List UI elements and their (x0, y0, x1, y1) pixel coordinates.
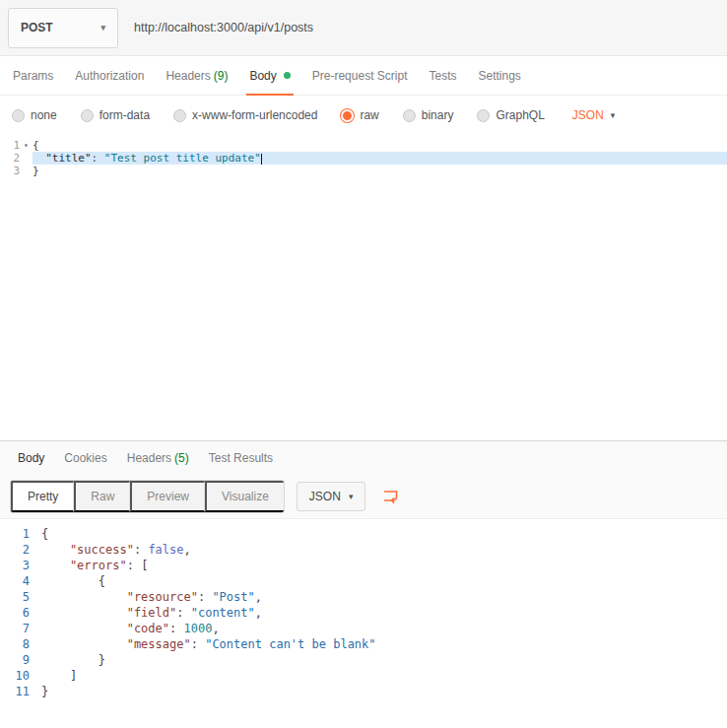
tab-label: Body (249, 69, 276, 83)
view-raw[interactable]: Raw (74, 481, 130, 512)
token-punct: { (33, 139, 39, 152)
body-mode-raw[interactable]: raw (341, 108, 378, 122)
view-visualize[interactable]: Visualize (205, 481, 284, 512)
line-number: 11 (0, 684, 41, 699)
line-number: 10 (0, 668, 41, 684)
view-preview[interactable]: Preview (130, 481, 205, 512)
method-select[interactable]: POST ▾ (8, 8, 118, 48)
radio-icon (173, 109, 186, 122)
request-tabs: ParamsAuthorizationHeaders(9)BodyPre-req… (0, 56, 727, 96)
code-line: 7"code": 1000, (0, 621, 727, 636)
response-tab-body[interactable]: Body (8, 451, 54, 465)
body-mode-binary[interactable]: binary (403, 108, 454, 122)
code-content: ] (41, 668, 727, 684)
body-mode-bar: noneform-datax-www-form-urlencodedrawbin… (0, 96, 727, 135)
code-line: 8"message": "Content can't be blank" (0, 636, 727, 652)
body-mode-form-data[interactable]: form-data (81, 108, 150, 122)
token-bool: false (148, 543, 183, 557)
request-tab-params[interactable]: Params (2, 56, 64, 95)
request-tab-pre-request-script[interactable]: Pre-request Script (301, 56, 419, 95)
code-line: 6"field": "content", (0, 605, 727, 621)
postman-request-view: POST ▾ ParamsAuthorizationHeaders(9)Body… (0, 0, 727, 728)
code-content: { (41, 526, 727, 542)
token-punct: { (41, 527, 48, 541)
token-punct: } (41, 685, 48, 698)
request-tab-headers[interactable]: Headers(9) (155, 56, 238, 95)
code-line[interactable]: 2 "title": "Test post title update" (0, 152, 727, 165)
chevron-down-icon: ▾ (100, 23, 105, 33)
mode-label: binary (422, 108, 454, 122)
response-language-dropdown[interactable]: JSON ▾ (297, 482, 366, 511)
request-tab-body[interactable]: Body (238, 56, 300, 95)
body-mode-graphql[interactable]: GraphQL (477, 108, 544, 122)
chevron-down-icon: ▾ (611, 110, 616, 120)
mode-label: x-www-form-urlencoded (192, 108, 317, 122)
code-line: 9} (0, 652, 727, 668)
wrap-lines-icon[interactable] (381, 487, 400, 505)
request-tab-tests[interactable]: Tests (418, 56, 467, 95)
body-mode-options: noneform-datax-www-form-urlencodedrawbin… (12, 108, 545, 122)
mode-label: raw (360, 108, 378, 122)
line-number: 5 (0, 589, 41, 605)
mode-label: GraphQL (496, 108, 544, 122)
request-url-bar: POST ▾ (0, 0, 727, 56)
tab-label: Settings (479, 69, 521, 83)
code-line[interactable]: 1▾{ (0, 139, 727, 152)
line-number: 1 (0, 139, 20, 152)
token-punct: : (169, 622, 183, 635)
line-number: 3 (0, 558, 41, 573)
token-punct: : (134, 543, 148, 557)
token-str: "Test post title update" (104, 152, 261, 165)
chevron-down-icon: ▾ (349, 492, 354, 501)
token-str: "Post" (212, 590, 254, 604)
request-tab-authorization[interactable]: Authorization (64, 56, 155, 95)
radio-icon (403, 109, 416, 122)
code-line: 4{ (0, 573, 727, 589)
token-str: "Content can't be blank" (205, 637, 375, 651)
line-number: 4 (0, 573, 41, 589)
request-body-editor[interactable]: 1▾{2 "title": "Test post title update"3} (0, 135, 727, 440)
token-punct: : (92, 152, 104, 165)
tab-label: Headers (127, 451, 171, 465)
response-tab-test-results[interactable]: Test Results (199, 451, 283, 465)
line-number: 1 (0, 526, 41, 542)
mode-label: form-data (99, 108, 150, 122)
body-language-dropdown[interactable]: JSON ▾ (572, 108, 616, 122)
line-number: 7 (0, 621, 41, 636)
token-punct: : (176, 606, 190, 620)
radio-icon (12, 109, 25, 122)
code-line[interactable]: 3} (0, 165, 727, 177)
body-mode-none[interactable]: none (12, 108, 57, 122)
token-punct: : (191, 637, 205, 651)
code-content: "success": false, (41, 542, 727, 558)
code-content: } (33, 165, 727, 177)
body-mode-x-www-form-urlencoded[interactable]: x-www-form-urlencoded (173, 108, 317, 122)
line-number: 2 (0, 152, 20, 165)
code-content: "field": "content", (41, 605, 727, 621)
code-line: 3"errors": [ (0, 558, 727, 573)
code-line: 10] (0, 668, 727, 684)
line-number: 2 (0, 542, 41, 558)
response-tabs: BodyCookiesHeaders(5)Test Results (0, 441, 727, 474)
tab-label: Authorization (75, 69, 144, 83)
token-key: "title" (45, 152, 91, 165)
code-content: { (33, 139, 727, 152)
url-input[interactable] (118, 8, 719, 48)
response-tab-cookies[interactable]: Cookies (54, 451, 116, 465)
fold-toggle-icon[interactable]: ▾ (20, 139, 33, 152)
radio-icon (81, 109, 94, 122)
response-tab-headers[interactable]: Headers(5) (117, 451, 199, 465)
code-content: "message": "Content can't be blank" (41, 636, 727, 652)
tab-label: Test Results (209, 451, 273, 465)
token-punct: } (33, 165, 39, 177)
request-tab-settings[interactable]: Settings (468, 56, 532, 95)
radio-icon (477, 109, 490, 122)
line-number: 8 (0, 636, 41, 652)
code-line: 2"success": false, (0, 542, 727, 558)
token-ws (33, 152, 45, 165)
response-view-switcher: PrettyRawPreviewVisualize (10, 480, 285, 513)
code-content: { (41, 573, 727, 589)
token-punct: } (99, 653, 105, 667)
view-pretty[interactable]: Pretty (11, 481, 74, 512)
token-punct: , (212, 622, 219, 635)
